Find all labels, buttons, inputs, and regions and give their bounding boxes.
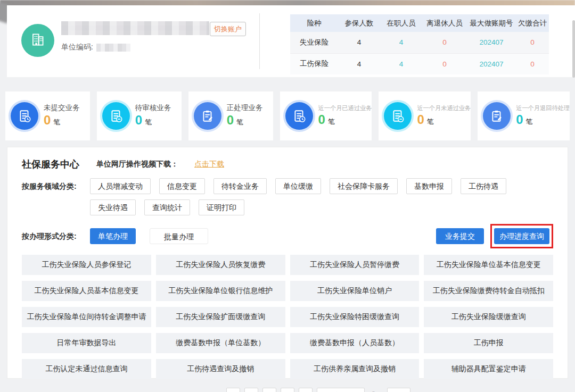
domain-button[interactable]: 信息变更 <box>159 178 205 194</box>
page-number-button[interactable]: 2 <box>262 388 276 392</box>
service-item[interactable]: 工伤失业保险单位基本信息变更 <box>424 255 553 275</box>
page-prev-button[interactable]: ‹ <box>226 388 240 392</box>
header-cell: 离退休人员 <box>422 14 467 32</box>
service-item[interactable]: 工伤申报 <box>424 333 553 353</box>
stats-row: 未提交业务 0笔 待审核业务 0笔 正处理业 <box>5 91 570 140</box>
service-item[interactable]: 工伤失业保险单位销户 <box>290 281 420 301</box>
service-item[interactable]: 工伤失业保险人员基本信息变更 <box>22 281 151 301</box>
service-item[interactable]: 辅助器具配置鉴定申请 <box>424 359 553 379</box>
submit-business-button[interactable]: 业务提交 <box>436 228 484 244</box>
service-item[interactable]: 工伤供养亲属查询及撤销 <box>290 359 420 379</box>
stat-label: 近一个月已通过业务 <box>318 104 372 112</box>
service-item[interactable]: 工伤失业保险缓缴查询 <box>424 307 553 327</box>
stat-card-pending-review: 待审核业务 0笔 <box>97 91 182 140</box>
domain-button[interactable]: 证明打印 <box>199 199 244 215</box>
service-item[interactable]: 工伤待遇查询及撤销 <box>156 359 285 379</box>
page-next-button[interactable]: › <box>299 388 313 392</box>
service-item[interactable]: 工伤失业保险单位间待转金调整申请 <box>22 307 151 327</box>
cell-max-period: 202407 <box>467 32 516 53</box>
service-item[interactable]: 工伤认定未通过信息查询 <box>22 359 151 379</box>
insurance-table: 险种 参保人数 在职人员 离退休人员 最大做账期号 欠缴合计 失业保险 4 4 … <box>290 14 549 74</box>
red-highlight-annotation: 办理进度查询 <box>490 224 553 248</box>
service-item[interactable]: 缴费基数申报（人员基数） <box>290 333 420 353</box>
table-row-unemployment: 失业保险 4 4 0 202407 0 <box>290 32 549 53</box>
stat-unit: 笔 <box>526 118 533 126</box>
cell-retired-count: 0 <box>422 53 467 74</box>
mode-button-batch[interactable]: 批量办理 <box>150 228 208 244</box>
jump-page-input[interactable] <box>387 388 410 392</box>
company-avatar <box>21 24 54 57</box>
domain-button[interactable]: 查询统计 <box>144 199 190 215</box>
service-item[interactable]: 工伤失业保险人员暂停缴费 <box>290 255 420 275</box>
service-item[interactable]: 工伤失业保险单位银行信息维护 <box>156 281 285 301</box>
domain-button[interactable]: 待转金业务 <box>213 178 267 194</box>
cell-insurance-type: 工伤保险 <box>290 53 338 74</box>
section-title: 社保服务中心 <box>22 158 79 171</box>
domain-button[interactable]: 工伤待遇 <box>461 178 506 194</box>
video-download-label: 单位网厅操作视频下载： <box>96 160 178 169</box>
switch-account-button[interactable]: 切换账户 <box>210 22 246 36</box>
header-cell: 欠缴合计 <box>516 14 549 32</box>
domain-button[interactable]: 失业待遇 <box>90 199 136 215</box>
service-item[interactable]: 工伤失业保险特困缓缴查询 <box>290 307 420 327</box>
cell-retired-count: 0 <box>422 32 467 53</box>
unit-code-redacted <box>96 44 130 52</box>
stat-value: 0 <box>44 113 51 127</box>
service-items-grid: 工伤失业保险人员参保登记 工伤失业保险人员恢复缴费 工伤失业保险人员暂停缴费 工… <box>22 255 553 379</box>
clipboard-edit-icon <box>194 102 221 130</box>
stat-value: 0 <box>516 112 523 127</box>
header-cell: 参保人数 <box>338 14 380 32</box>
building-icon <box>29 30 47 51</box>
service-item[interactable]: 工伤失业保险人员恢复缴费 <box>156 255 285 275</box>
mode-filter-label: 按办理形式分类: <box>22 228 90 244</box>
clipboard-edit-icon <box>483 102 511 130</box>
page-number-button[interactable]: 3 <box>281 388 294 392</box>
stat-unit: 笔 <box>236 118 243 126</box>
domain-button[interactable]: 单位缓缴 <box>275 178 321 194</box>
domain-button[interactable]: 人员增减变动 <box>90 178 151 194</box>
pagination: ‹ 1 2 3 › 20 条/页 ∨ 跳至 <box>226 388 410 392</box>
header-cell: 险种 <box>290 14 338 32</box>
stat-card-unsubmitted: 未提交业务 0笔 <box>5 91 90 140</box>
cell-max-period: 202407 <box>467 53 516 74</box>
page-size-select[interactable]: 20 条/页 ∨ <box>317 388 365 392</box>
service-center-card: 社保服务中心 单位网厅操作视频下载： 点击下载 按服务领域分类: 人员增减变动 … <box>7 147 568 379</box>
service-item[interactable]: 工伤失业保险扩面缓缴查询 <box>156 307 285 327</box>
stat-unit: 笔 <box>145 118 152 126</box>
stat-unit: 笔 <box>53 118 60 126</box>
cell-insured-count: 4 <box>338 32 380 53</box>
header-cell: 最大做账期号 <box>467 14 516 32</box>
doc-clock-icon <box>285 102 313 130</box>
stat-card-processing: 正处理业务 0笔 <box>188 91 273 140</box>
stat-value: 0 <box>135 113 142 127</box>
page-number-button[interactable]: 1 <box>244 388 258 392</box>
unit-code-label: 单位编码: <box>61 43 93 52</box>
domain-button[interactable]: 社会保障卡服务 <box>330 178 398 194</box>
mode-button-single[interactable]: 单笔办理 <box>90 228 136 244</box>
cell-insurance-type: 失业保险 <box>290 32 338 53</box>
service-item[interactable]: 工伤失业保险缴费待转金自动抵扣 <box>424 281 553 301</box>
stat-label: 未提交业务 <box>44 103 80 113</box>
stat-label: 正处理业务 <box>227 103 263 113</box>
progress-query-button[interactable]: 办理进度查询 <box>494 228 549 244</box>
doc-clock-icon <box>11 102 38 130</box>
scrollbar-thumb[interactable] <box>572 20 575 78</box>
doc-minus-icon <box>384 102 412 130</box>
stat-card-month-approved: 近一个月已通过业务 0笔 <box>280 91 372 140</box>
service-item[interactable]: 日常年审数据导出 <box>22 333 151 353</box>
download-link[interactable]: 点击下载 <box>194 160 224 169</box>
service-item[interactable]: 缴费基数申报（单位基数） <box>156 333 285 353</box>
cell-active-count: 4 <box>380 32 422 53</box>
stat-value: 0 <box>417 112 424 127</box>
cell-arrears-total: 0 <box>516 32 549 53</box>
cell-active-count: 4 <box>380 53 422 74</box>
doc-minus-icon <box>102 102 130 130</box>
insurance-table-header: 险种 参保人数 在职人员 离退休人员 最大做账期号 欠缴合计 <box>290 14 549 32</box>
stat-label: 近一个月未通过业务 <box>417 104 471 112</box>
service-item[interactable]: 工伤失业保险人员参保登记 <box>22 255 151 275</box>
domain-button[interactable]: 基数申报 <box>406 178 452 194</box>
stat-unit: 笔 <box>427 118 434 126</box>
stat-label: 近一个月退回待处理 <box>516 104 570 112</box>
stat-unit: 笔 <box>328 118 335 126</box>
cell-arrears-total: 0 <box>516 53 549 74</box>
